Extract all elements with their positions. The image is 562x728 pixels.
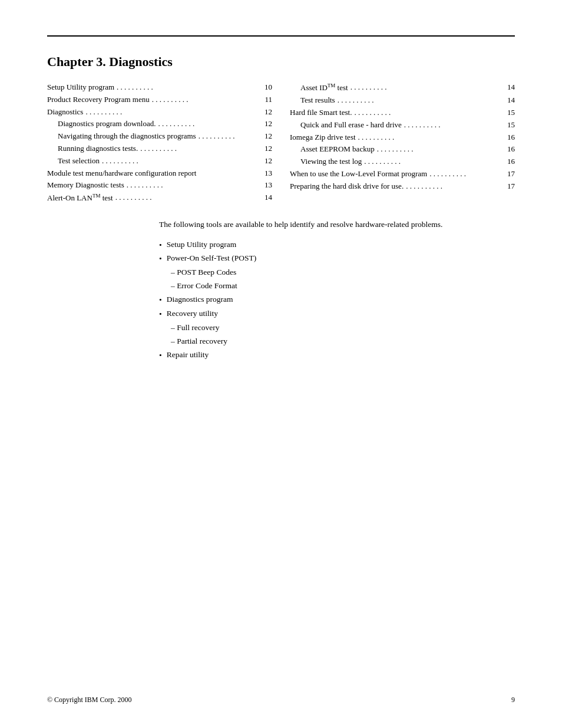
toc-entry-label: Test results <box>300 94 335 107</box>
list-item: •Recovery utilityFull recoveryPartial re… <box>159 307 515 348</box>
toc-entry: Memory Diagnostic tests . . . . . . . . … <box>47 179 272 192</box>
bullet-item: •Recovery utility <box>159 307 515 321</box>
sub-list: Full recoveryPartial recovery <box>159 321 515 348</box>
toc-entry: When to use the Low-Level Format program… <box>290 168 515 180</box>
page: Chapter 3. Diagnostics Setup Utility pro… <box>0 0 562 728</box>
toc-page-number: 15 <box>503 107 515 119</box>
toc-entry-label: When to use the Low-Level Format program <box>290 168 427 180</box>
toc-dots: . . . . . . . . . . <box>335 94 503 107</box>
bullet-text: Diagnostics program <box>167 293 233 307</box>
toc-dots: . . . . . . . . . . <box>362 156 503 168</box>
toc-dots: . . . . . . . . . . <box>124 179 260 192</box>
toc-page-number: 16 <box>503 156 515 168</box>
bullet-dot: • <box>159 294 162 307</box>
toc-page-number: 12 <box>260 143 272 155</box>
toc-entry-label: Diagnostics <box>47 106 83 118</box>
toc-left-col: Setup Utility program . . . . . . . . . … <box>47 81 272 205</box>
toc-entry: Quick and Full erase - hard drive . . . … <box>290 119 515 131</box>
toc-entry: Navigating through the diagnostics progr… <box>47 130 272 143</box>
bullet-text: Repair utility <box>167 348 209 362</box>
toc-entry-label: Quick and Full erase - hard drive <box>300 119 402 131</box>
bullet-item: •Power-On Self-Test (POST) <box>159 252 515 266</box>
toc-page-number: 12 <box>260 130 272 143</box>
bullet-text: Power-On Self-Test (POST) <box>167 252 257 265</box>
sub-list: POST Beep CodesError Code Format <box>159 266 515 293</box>
toc-entry-label: Memory Diagnostic tests <box>47 179 124 192</box>
toc-entry-label: Hard file Smart test. <box>290 107 352 119</box>
toc-entry-label: Viewing the test log <box>300 156 362 168</box>
bullet-item: •Repair utility <box>159 348 515 363</box>
toc-entry-label: Setup Utility program <box>47 81 114 94</box>
bullet-dot: • <box>159 252 162 266</box>
toc-page-number: 14 <box>260 192 272 205</box>
toc-page-number: 12 <box>260 118 272 130</box>
toc-dots: . . . . . . . . . . <box>402 119 503 131</box>
toc-entry: Test selection . . . . . . . . . . 12 <box>47 155 272 167</box>
toc-page-number: 13 <box>260 167 272 180</box>
toc-dots: . . . . . . . . . . <box>427 168 503 180</box>
sub-list-item: Error Code Format <box>171 279 515 293</box>
toc-dots: . . . . . . . . . . <box>83 106 260 118</box>
toc-entry-label: Navigating through the diagnostics progr… <box>58 130 196 143</box>
toc-dots: . . . . . . . . . . <box>100 155 260 167</box>
toc-entry: Iomega Zip drive test . . . . . . . . . … <box>290 131 515 144</box>
tools-list: •Setup Utility program•Power-On Self-Tes… <box>159 238 515 363</box>
toc-entry: Hard file Smart test. . . . . . . . . . … <box>290 107 515 119</box>
sub-list-item: POST Beep Codes <box>171 266 515 279</box>
toc-page-number: 10 <box>260 81 272 94</box>
list-item: •Repair utility <box>159 348 515 363</box>
toc-entry-label: Running diagnostics tests. <box>58 143 138 155</box>
toc-entry-label: Diagnostics program download. <box>58 118 156 130</box>
toc-container: Setup Utility program . . . . . . . . . … <box>47 81 515 205</box>
toc-entry: Setup Utility program . . . . . . . . . … <box>47 81 272 94</box>
toc-dots: . . . . . . . . . . <box>348 81 503 94</box>
list-item: •Power-On Self-Test (POST)POST Beep Code… <box>159 252 515 293</box>
toc-page-number: 14 <box>503 94 515 107</box>
toc-page-number: 16 <box>503 143 515 156</box>
toc-dots: . . . . . . . . . . <box>352 107 503 119</box>
toc-page-number: 17 <box>503 168 515 180</box>
bullet-dot: • <box>159 308 162 321</box>
toc-entry: Alert-On LANTM test . . . . . . . . . . … <box>47 192 272 205</box>
toc-entry: Product Recovery Program menu . . . . . … <box>47 94 272 106</box>
toc-page-number: 12 <box>260 155 272 167</box>
top-rule <box>47 35 515 37</box>
toc-entry-label: Asset IDTM test <box>300 81 348 94</box>
content-section: The following tools are available to hel… <box>159 219 515 363</box>
toc-entry-label: Module test menu/hardware configuration … <box>47 167 196 180</box>
toc-page-number: 14 <box>503 81 515 94</box>
toc-entry: Running diagnostics tests. . . . . . . .… <box>47 143 272 155</box>
bullet-text: Setup Utility program <box>167 238 237 252</box>
toc-dots: . . . . . . . . . . <box>138 143 260 155</box>
footer: © Copyright IBM Corp. 2000 9 <box>47 696 515 704</box>
toc-page-number: 13 <box>260 179 272 192</box>
toc-dots: . . . . . . . . . . <box>156 118 260 130</box>
toc-entry: Diagnostics . . . . . . . . . . 12 <box>47 106 272 118</box>
bullet-item: •Diagnostics program <box>159 293 515 307</box>
list-item: •Setup Utility program <box>159 238 515 252</box>
toc-entry-label: Iomega Zip drive test <box>290 131 356 144</box>
intro-paragraph: The following tools are available to hel… <box>159 219 515 230</box>
chapter-title: Chapter 3. Diagnostics <box>47 54 515 70</box>
toc-dots: . . . . . . . . . . <box>113 192 260 205</box>
toc-entry: Module test menu/hardware configuration … <box>47 167 272 180</box>
bullet-text: Recovery utility <box>167 307 218 321</box>
toc-page-number: 15 <box>503 119 515 131</box>
footer-copyright: © Copyright IBM Corp. 2000 <box>47 696 131 704</box>
list-item: •Diagnostics program <box>159 293 515 307</box>
toc-entry: Asset IDTM test . . . . . . . . . . 14 <box>290 81 515 94</box>
toc-entry: Viewing the test log . . . . . . . . . .… <box>290 156 515 168</box>
bullet-item: •Setup Utility program <box>159 238 515 252</box>
toc-entry: Diagnostics program download. . . . . . … <box>47 118 272 130</box>
toc-entry: Asset EEPROM backup . . . . . . . . . . … <box>290 143 515 156</box>
toc-dots: . . . . . . . . . . <box>404 180 503 193</box>
toc-entry: Preparing the hard disk drive for use. .… <box>290 180 515 193</box>
footer-page-number: 9 <box>511 696 515 704</box>
toc-right-col: Asset IDTM test . . . . . . . . . . 14Te… <box>290 81 515 205</box>
toc-page-number: 17 <box>503 180 515 193</box>
toc-entry-label: Test selection <box>58 155 100 167</box>
toc-page-number: 12 <box>260 106 272 118</box>
toc-dots: . . . . . . . . . . <box>150 94 260 106</box>
sub-list-item: Full recovery <box>171 321 515 335</box>
bullet-dot: • <box>159 349 162 363</box>
